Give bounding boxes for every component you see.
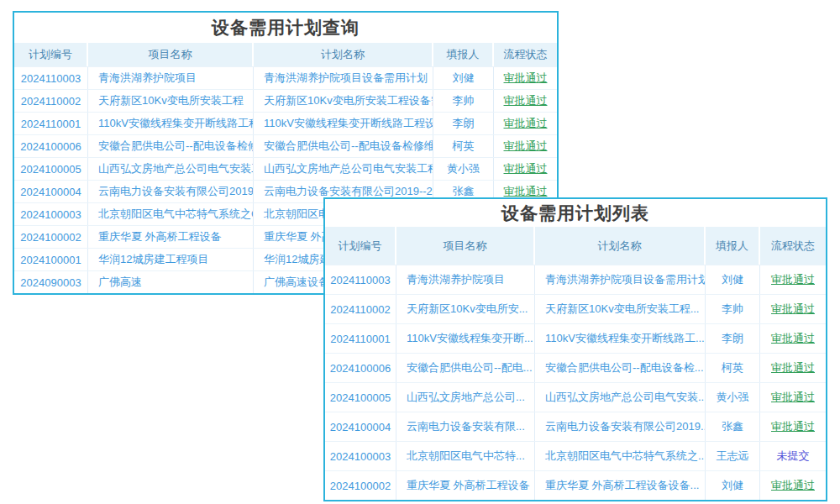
plan-name-cell: 110kV安徽线程集变开断线路工... bbox=[535, 324, 706, 353]
plan-name-cell: 天府新区10Kv变电所安装工程设备需用 bbox=[254, 90, 433, 112]
plan-no-cell: 2024100005 bbox=[325, 383, 396, 412]
project-name-cell: 广佛高速 bbox=[88, 271, 254, 293]
reporter-cell: 柯英 bbox=[433, 135, 494, 157]
table-row[interactable]: 2024110002 天府新区10Kv变电所安... 天府新区10Kv变电所安装… bbox=[325, 294, 826, 323]
table-row[interactable]: 2024110003 青海洪湖养护院项目 青海洪湖养护院项目设备需用计划 刘健 … bbox=[325, 265, 826, 294]
project-name-cell: 重庆华夏 外高桥工程设备 bbox=[88, 226, 254, 248]
project-name-cell: 110kV安徽线程集变开断线路工程 bbox=[88, 113, 254, 134]
plan-name-cell: 110kV安徽线程集变开断线路工程设备 bbox=[254, 113, 433, 134]
page-title: 设备需用计划查询 bbox=[14, 13, 557, 43]
project-name-cell: 山西弘文房地产总公司电气安装工程 bbox=[88, 158, 254, 180]
col-header-plan-no: 计划编号 bbox=[14, 43, 88, 66]
plan-no-cell: 2024100006 bbox=[14, 135, 88, 157]
status-link[interactable]: 审批通过 bbox=[504, 139, 548, 154]
project-name-cell: 华润12城房建工程项目 bbox=[88, 249, 254, 270]
reporter-cell: 黄小强 bbox=[433, 158, 494, 180]
equipment-plan-list-panel: 设备需用计划列表 计划编号 项目名称 计划名称 填报人 流程状态 2024110… bbox=[323, 197, 827, 501]
plan-no-cell: 2024100002 bbox=[325, 471, 396, 500]
plan-no-cell: 2024100006 bbox=[325, 354, 396, 382]
project-name-cell: 山西弘文房地产总公司... bbox=[396, 383, 535, 412]
table-row[interactable]: 2024110003 青海洪湖养护院项目 青海洪湖养护院项目设备需用计划 刘健 … bbox=[14, 66, 557, 89]
project-name-cell: 安徽合肥供电公司--配电设备检修维护 bbox=[88, 135, 254, 157]
plan-no-cell: 2024100002 bbox=[14, 226, 88, 248]
table-row[interactable]: 2024100005 山西弘文房地产总公司电气安装工程 山西弘文房地产总公司电气… bbox=[14, 157, 557, 180]
app-canvas: 设备需用计划查询 计划编号 项目名称 计划名称 填报人 流程状态 2024110… bbox=[0, 0, 840, 504]
project-name-cell: 天府新区10Kv变电所安装工程 bbox=[88, 90, 254, 112]
project-name-cell: 云南电力设备安装有限公司2019--2 bbox=[88, 181, 254, 202]
plan-name-cell: 天府新区10Kv变电所安装工程... bbox=[535, 295, 706, 323]
plan-name-cell: 安徽合肥供电公司--配电设备检修维护 bbox=[254, 135, 433, 157]
col-header-project: 项目名称 bbox=[396, 227, 535, 265]
status-link[interactable]: 审批通过 bbox=[771, 331, 815, 346]
reporter-cell: 李朗 bbox=[706, 324, 760, 353]
table-header-row: 计划编号 项目名称 计划名称 填报人 流程状态 bbox=[14, 43, 557, 66]
col-header-reporter: 填报人 bbox=[706, 227, 760, 265]
plan-no-cell: 2024110003 bbox=[325, 265, 396, 294]
col-header-plan-name: 计划名称 bbox=[254, 43, 433, 66]
plan-no-cell: 2024100005 bbox=[14, 158, 88, 180]
status-link[interactable]: 审批通过 bbox=[771, 272, 815, 287]
plan-name-cell: 重庆华夏 外高桥工程设备设备... bbox=[535, 471, 706, 500]
status-link[interactable]: 审批通过 bbox=[504, 71, 548, 86]
status-link[interactable]: 审批通过 bbox=[504, 116, 548, 131]
plan-name-cell: 安徽合肥供电公司--配电设备检... bbox=[535, 354, 706, 382]
plan-no-cell: 2024090003 bbox=[14, 271, 88, 293]
status-link[interactable]: 未提交 bbox=[777, 449, 810, 464]
plan-no-cell: 2024100003 bbox=[325, 442, 396, 470]
table-row[interactable]: 2024110001 110kV安徽线程集变开断线路工程 110kV安徽线程集变… bbox=[14, 112, 557, 134]
table-row[interactable]: 2024100002 重庆华夏 外高桥工程设备 重庆华夏 外高桥工程设备设备..… bbox=[325, 470, 826, 500]
project-name-cell: 青海洪湖养护院项目 bbox=[396, 265, 535, 294]
table-header-row: 计划编号 项目名称 计划名称 填报人 流程状态 bbox=[325, 227, 826, 265]
table-row[interactable]: 2024110001 110kV安徽线程集变开断... 110kV安徽线程集变开… bbox=[325, 323, 826, 353]
reporter-cell: 刘健 bbox=[706, 471, 760, 500]
reporter-cell: 李帅 bbox=[706, 295, 760, 323]
table-row[interactable]: 2024100006 安徽合肥供电公司--配电设备检修维护 安徽合肥供电公司--… bbox=[14, 134, 557, 157]
status-link[interactable]: 审批通过 bbox=[771, 419, 815, 434]
col-header-reporter: 填报人 bbox=[433, 43, 494, 66]
table-row[interactable]: 2024100005 山西弘文房地产总公司... 山西弘文房地产总公司电气安装.… bbox=[325, 382, 826, 412]
project-name-cell: 云南电力设备安装有限... bbox=[396, 412, 535, 441]
plan-name-cell: 山西弘文房地产总公司电气安装... bbox=[535, 383, 706, 412]
reporter-cell: 柯英 bbox=[706, 354, 760, 382]
status-link[interactable]: 审批通过 bbox=[504, 93, 548, 108]
plan-name-cell: 青海洪湖养护院项目设备需用计划 bbox=[535, 265, 706, 294]
col-header-plan-no: 计划编号 bbox=[325, 227, 396, 265]
reporter-cell: 黄小强 bbox=[706, 383, 760, 412]
plan-no-cell: 2024100004 bbox=[325, 412, 396, 441]
status-link[interactable]: 审批通过 bbox=[771, 390, 815, 405]
plan-no-cell: 2024110001 bbox=[14, 113, 88, 134]
project-name-cell: 天府新区10Kv变电所安... bbox=[396, 295, 535, 323]
reporter-cell: 李朗 bbox=[433, 113, 494, 134]
project-name-cell: 安徽合肥供电公司--配电... bbox=[396, 354, 535, 382]
table-row[interactable]: 2024100006 安徽合肥供电公司--配电... 安徽合肥供电公司--配电设… bbox=[325, 353, 826, 382]
table-row[interactable]: 2024100004 云南电力设备安装有限... 云南电力设备安装有限公司201… bbox=[325, 412, 826, 441]
plan-no-cell: 2024110001 bbox=[325, 324, 396, 353]
page-title: 设备需用计划列表 bbox=[325, 199, 826, 227]
reporter-cell: 李帅 bbox=[433, 90, 494, 112]
project-name-cell: 青海洪湖养护院项目 bbox=[88, 67, 254, 89]
project-name-cell: 北京朝阳区电气中芯特气系统之GM bbox=[88, 203, 254, 225]
plan-name-cell: 北京朝阳区电气中芯特气系统之... bbox=[535, 442, 706, 470]
reporter-cell: 刘健 bbox=[706, 265, 760, 294]
project-name-cell: 北京朝阳区电气中芯特... bbox=[396, 442, 535, 470]
status-link[interactable]: 审批通过 bbox=[504, 161, 548, 176]
status-link[interactable]: 审批通过 bbox=[771, 360, 815, 375]
table-row[interactable]: 2024100003 北京朝阳区电气中芯特... 北京朝阳区电气中芯特气系统之.… bbox=[325, 441, 826, 470]
plan-name-cell: 山西弘文房地产总公司电气安装工程设 bbox=[254, 158, 433, 180]
reporter-cell: 王志远 bbox=[706, 442, 760, 470]
project-name-cell: 110kV安徽线程集变开断... bbox=[396, 324, 535, 353]
table-row[interactable]: 2024110002 天府新区10Kv变电所安装工程 天府新区10Kv变电所安装… bbox=[14, 89, 557, 112]
plan-no-cell: 2024100001 bbox=[14, 249, 88, 270]
col-header-project: 项目名称 bbox=[88, 43, 254, 66]
plan-no-cell: 2024110002 bbox=[325, 295, 396, 323]
plan-no-cell: 2024110002 bbox=[14, 90, 88, 112]
status-link[interactable]: 审批通过 bbox=[771, 478, 815, 493]
col-header-plan-name: 计划名称 bbox=[535, 227, 706, 265]
plan-no-cell: 2024100003 bbox=[14, 203, 88, 225]
col-header-status: 流程状态 bbox=[760, 227, 826, 265]
project-name-cell: 重庆华夏 外高桥工程设备 bbox=[396, 471, 535, 500]
reporter-cell: 刘健 bbox=[433, 67, 494, 89]
status-link[interactable]: 审批通过 bbox=[771, 302, 815, 317]
col-header-status: 流程状态 bbox=[494, 43, 557, 66]
plan-name-cell: 云南电力设备安装有限公司2019... bbox=[535, 412, 706, 441]
